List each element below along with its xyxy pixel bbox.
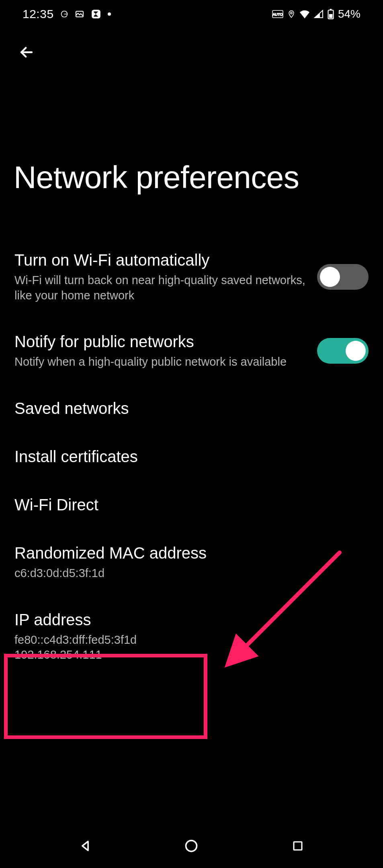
arrow-left-icon — [18, 43, 35, 61]
setting-install-certs[interactable]: Install certificates — [14, 432, 369, 481]
svg-rect-11 — [294, 842, 302, 850]
setting-title: Saved networks — [14, 399, 359, 418]
setting-title: Randomized MAC address — [14, 543, 359, 563]
setting-randomized-mac[interactable]: Randomized MAC address c6:d3:0d:d5:3f:1d — [14, 529, 369, 596]
status-bar: 12:35 AUTO 54% — [0, 0, 383, 23]
setting-notify-public[interactable]: Notify for public networks Notify when a… — [14, 317, 369, 384]
wifi-auto-toggle[interactable] — [317, 264, 369, 290]
setting-subtitle: c6:d3:0d:d5:3f:1d — [14, 566, 359, 581]
setting-title: Notify for public networks — [14, 332, 307, 351]
gallery-icon — [75, 9, 84, 19]
auto-hz-icon: AUTO — [272, 10, 283, 18]
nav-home-button[interactable] — [179, 834, 203, 858]
setting-subtitle: Wi-Fi will turn back on near high-qualit… — [14, 273, 307, 303]
svg-point-5 — [291, 12, 292, 14]
square-recent-icon — [292, 840, 304, 852]
signal-icon — [314, 10, 324, 18]
nav-back-button[interactable] — [73, 834, 97, 858]
status-time: 12:35 — [23, 7, 54, 21]
nav-recent-button[interactable] — [286, 834, 310, 858]
setting-title: IP address — [14, 610, 359, 629]
navigation-bar — [0, 824, 383, 868]
svg-rect-7 — [330, 9, 332, 10]
wifi-icon — [299, 10, 310, 18]
svg-point-10 — [186, 841, 197, 852]
setting-subtitle: fe80::c4d3:dff:fed5:3f1d 192.168.254.111 — [14, 633, 359, 663]
status-left: 12:35 — [23, 7, 111, 21]
status-right: AUTO 54% — [272, 8, 360, 20]
location-icon — [287, 9, 295, 19]
triangle-back-icon — [78, 839, 92, 853]
setting-subtitle: Notify when a high-quality public networ… — [14, 354, 307, 370]
sigma-icon — [91, 9, 101, 19]
setting-title: Install certificates — [14, 447, 359, 466]
google-icon — [60, 10, 68, 18]
setting-wifi-auto[interactable]: Turn on Wi-Fi automatically Wi-Fi will t… — [14, 236, 369, 317]
svg-text:AUTO: AUTO — [273, 12, 283, 16]
battery-percent: 54% — [338, 8, 360, 20]
setting-title: Wi-Fi Direct — [14, 495, 359, 514]
setting-wifi-direct[interactable]: Wi-Fi Direct — [14, 481, 369, 529]
back-button[interactable] — [16, 42, 37, 63]
svg-rect-8 — [329, 14, 333, 18]
setting-ip-address[interactable]: IP address fe80::c4d3:dff:fed5:3f1d 192.… — [14, 596, 369, 677]
circle-home-icon — [184, 839, 199, 853]
battery-icon — [328, 9, 334, 19]
page-title: Network preferences — [0, 63, 383, 212]
setting-saved-networks[interactable]: Saved networks — [14, 384, 369, 432]
notify-public-toggle[interactable] — [317, 338, 369, 364]
notification-dot-icon — [108, 12, 111, 16]
header — [0, 23, 383, 63]
settings-list: Turn on Wi-Fi automatically Wi-Fi will t… — [0, 212, 383, 677]
setting-title: Turn on Wi-Fi automatically — [14, 250, 307, 270]
